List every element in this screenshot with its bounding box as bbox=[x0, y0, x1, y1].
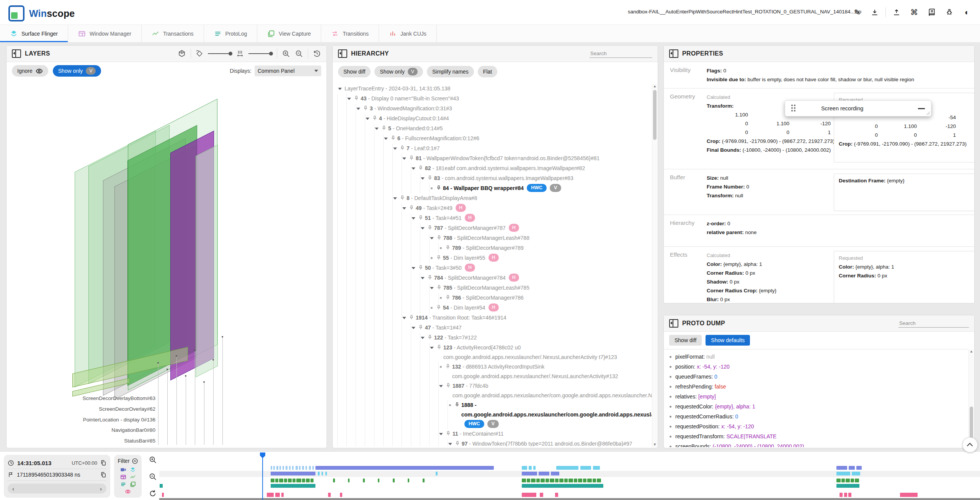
trace-event-bar[interactable] bbox=[271, 466, 272, 470]
layer-rect-3d[interactable] bbox=[196, 144, 218, 377]
pin-icon[interactable] bbox=[445, 295, 451, 300]
trace-event-bar[interactable] bbox=[284, 479, 287, 482]
expand-arrow-icon[interactable] bbox=[338, 88, 342, 90]
tree-node[interactable]: 3 - WindowedMagnification:0:31#3 bbox=[333, 104, 652, 114]
expand-arrow-icon[interactable] bbox=[421, 277, 425, 279]
trace-event-bar[interactable] bbox=[852, 472, 860, 475]
tree-node[interactable]: 84 - Wallpaper BBQ wrapper#84HWCV bbox=[333, 184, 652, 193]
tree-node[interactable]: 97 - WindowToken{7f78b6b type=2011 andro… bbox=[333, 439, 652, 446]
proto-property-row[interactable]: requestedPosition:x: -54, y: -120 bbox=[664, 421, 968, 431]
trace-event-bar[interactable] bbox=[276, 466, 278, 470]
pin-icon[interactable] bbox=[445, 245, 451, 250]
expand-arrow-icon[interactable] bbox=[421, 337, 425, 339]
tree-node[interactable]: 1888 - com.google.android.apps.nexuslaun… bbox=[333, 400, 652, 429]
tab-jank-cujs[interactable]: Jank CUJs bbox=[379, 25, 437, 42]
trace-event-bar[interactable] bbox=[836, 466, 847, 470]
show-defaults-button[interactable]: Show defaults bbox=[706, 335, 750, 346]
trace-event-bar[interactable] bbox=[856, 466, 862, 470]
tab-window-manager[interactable]: Window Manager bbox=[68, 25, 142, 42]
tree-node[interactable]: 788 - SplitDecorManagerLeash#788 bbox=[333, 233, 652, 243]
trace-event-bar[interactable] bbox=[564, 479, 568, 482]
tree-node[interactable]: 47 - Task=1#47 bbox=[333, 323, 652, 333]
expand-arrow-icon[interactable] bbox=[393, 148, 397, 150]
tree-node[interactable]: 786 - SplitDecorManager#786 bbox=[333, 293, 652, 303]
expand-collapse-fab[interactable] bbox=[962, 437, 978, 452]
trace-event-bar[interactable] bbox=[322, 472, 323, 475]
timeline-range-scrollbar[interactable] bbox=[159, 498, 980, 500]
tree-node[interactable]: 785 - SplitDecorManagerLeash#785 bbox=[333, 283, 652, 293]
tree-node[interactable]: 50 - Task=3#50H bbox=[333, 263, 652, 273]
prev-frame-icon[interactable]: ‹ bbox=[12, 485, 14, 492]
tree-node[interactable]: 122 - Task=7#122 bbox=[333, 333, 652, 343]
tree-node[interactable]: 7 - Leaf:0:1#7 bbox=[333, 144, 652, 154]
pin-icon[interactable] bbox=[400, 195, 405, 200]
pin-icon[interactable] bbox=[455, 441, 460, 446]
proto-property-row[interactable]: queuedFrames:0 bbox=[664, 372, 968, 382]
trace-event-bar[interactable] bbox=[556, 466, 578, 470]
trace-event-bar[interactable] bbox=[333, 479, 335, 482]
ignore-filter-button[interactable]: Ignore bbox=[12, 65, 48, 77]
trace-event-bar[interactable] bbox=[539, 472, 549, 475]
resize-handle-icon[interactable] bbox=[926, 111, 930, 115]
trace-event-bar[interactable] bbox=[522, 466, 527, 470]
pin-icon[interactable] bbox=[354, 95, 359, 101]
trace-event-bar[interactable] bbox=[162, 493, 164, 497]
trace-event-bar[interactable] bbox=[378, 479, 379, 482]
tree-node[interactable]: 787 - SplitDecorManager#787H bbox=[333, 223, 652, 233]
pin-icon[interactable] bbox=[409, 315, 414, 320]
drag-handle-icon[interactable] bbox=[791, 105, 793, 106]
scroll-up-icon[interactable]: ▲ bbox=[652, 84, 657, 89]
trace-event-bar[interactable] bbox=[279, 479, 283, 482]
trace-event-bar[interactable] bbox=[841, 479, 845, 482]
timeline-zoom-in-icon[interactable] bbox=[149, 456, 157, 464]
bug-icon[interactable] bbox=[942, 5, 956, 19]
expand-arrow-icon[interactable] bbox=[421, 177, 425, 180]
trace-event-bar[interactable] bbox=[275, 493, 280, 497]
trace-event-bar[interactable] bbox=[840, 493, 843, 497]
expand-arrow-icon[interactable] bbox=[356, 108, 360, 110]
window-manager-trace-icon[interactable] bbox=[120, 474, 126, 480]
collapse-panel-icon[interactable] bbox=[669, 319, 678, 328]
trace-event-bar[interactable] bbox=[309, 466, 311, 470]
trace-event-bar[interactable] bbox=[593, 466, 600, 470]
trace-event-bar[interactable] bbox=[296, 466, 298, 470]
trace-event-bar[interactable] bbox=[325, 472, 327, 475]
theme-toggle-icon[interactable]: ◐ bbox=[960, 5, 974, 19]
show-only-visible-button[interactable]: Show only V bbox=[53, 65, 101, 77]
tree-node[interactable]: 81 - WallpaperWindowToken{fcfbcd7 token=… bbox=[333, 154, 652, 164]
show-only-visible-button[interactable]: Show only V bbox=[374, 66, 423, 77]
proto-property-row[interactable]: requestedColor:{empty}, alpha: 1 bbox=[664, 402, 968, 411]
trace-event-bar[interactable] bbox=[531, 479, 536, 482]
trace-event-bar[interactable] bbox=[363, 479, 365, 482]
show-diff-button[interactable]: Show diff bbox=[669, 335, 702, 346]
trace-event-bar[interactable] bbox=[580, 466, 591, 470]
expand-arrow-icon[interactable] bbox=[393, 197, 397, 200]
frame-navigation[interactable]: ‹ › bbox=[8, 484, 106, 493]
simplify-names-button[interactable]: Simplify names bbox=[427, 66, 474, 77]
proto-property-row[interactable]: requestedCornerRadius:0 bbox=[664, 411, 968, 421]
trace-event-bar[interactable] bbox=[310, 479, 314, 482]
spacing-slider[interactable] bbox=[248, 53, 272, 54]
tree-node[interactable]: 1914 - Transition Root: Task=46#1914 bbox=[333, 313, 652, 323]
trace-event-bar[interactable] bbox=[279, 466, 281, 470]
pin-icon[interactable] bbox=[436, 305, 441, 310]
view-capture-trace-icon[interactable] bbox=[130, 481, 136, 487]
trace-event-bar[interactable] bbox=[340, 493, 342, 497]
trace-event-bar[interactable] bbox=[836, 479, 841, 482]
trace-event-bar[interactable] bbox=[281, 493, 284, 497]
trace-event-bar[interactable] bbox=[436, 472, 438, 475]
pin-icon[interactable] bbox=[436, 344, 442, 350]
pin-icon[interactable] bbox=[436, 185, 441, 190]
trace-event-bar[interactable] bbox=[578, 479, 582, 482]
tree-node[interactable]: 82 - 181eabf com.android.systemui.wallpa… bbox=[333, 164, 652, 174]
trace-event-bar[interactable] bbox=[900, 493, 918, 497]
pin-icon[interactable] bbox=[445, 364, 451, 369]
trace-event-bar[interactable] bbox=[271, 472, 315, 475]
trace-event-bar[interactable] bbox=[540, 493, 543, 497]
tree-node[interactable]: 6 - FullscreenMagnification:0:12#6 bbox=[333, 134, 652, 144]
collapse-filter-icon[interactable] bbox=[132, 458, 138, 464]
trace-event-bar[interactable] bbox=[848, 493, 851, 497]
minimize-button[interactable] bbox=[918, 108, 925, 109]
expand-arrow-icon[interactable] bbox=[430, 237, 434, 239]
trace-event-bar[interactable] bbox=[318, 472, 320, 475]
